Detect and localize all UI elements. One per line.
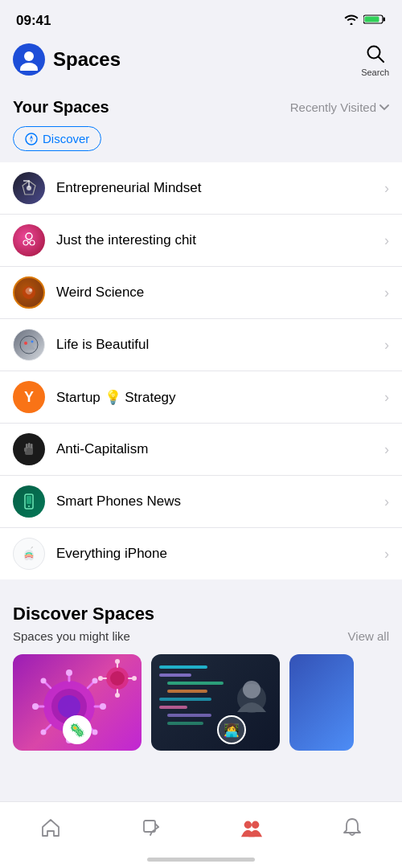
wifi-icon bbox=[344, 14, 359, 28]
discover-cards: 🦠 👩‍💻 bbox=[13, 654, 389, 751]
svg-point-46 bbox=[92, 730, 98, 735]
space-avatar-icon bbox=[20, 231, 38, 249]
status-icons bbox=[344, 14, 386, 28]
list-item[interactable]: Life is Beautiful › bbox=[0, 319, 402, 371]
bell-icon bbox=[341, 817, 363, 839]
recently-visited-label: Recently Visited bbox=[290, 100, 376, 114]
svg-point-12 bbox=[23, 240, 28, 245]
svg-point-50 bbox=[115, 659, 120, 664]
space-name: Startup 💡 Strategy bbox=[56, 389, 384, 406]
discover-section: Discover Spaces Spaces you might like Vi… bbox=[0, 588, 402, 762]
discover-sub-header: Spaces you might like View all bbox=[13, 629, 389, 643]
svg-point-42 bbox=[92, 678, 98, 684]
chevron-icon: › bbox=[384, 180, 389, 197]
discover-btn-label: Discover bbox=[43, 132, 89, 145]
discover-card[interactable] bbox=[289, 654, 354, 751]
space-avatar bbox=[13, 538, 45, 570]
svg-rect-26 bbox=[27, 496, 31, 504]
space-avatar: Y bbox=[13, 381, 45, 413]
list-item[interactable]: Weird Science › bbox=[0, 267, 402, 319]
home-indicator bbox=[147, 858, 255, 862]
status-time: 09:41 bbox=[16, 13, 51, 29]
svg-rect-24 bbox=[24, 448, 27, 452]
user-avatar[interactable] bbox=[13, 43, 45, 76]
chevron-icon: › bbox=[384, 389, 389, 406]
nav-spaces[interactable] bbox=[201, 817, 302, 839]
svg-rect-64 bbox=[167, 722, 203, 725]
space-name: Life is Beautiful bbox=[56, 337, 384, 353]
header-left: Spaces bbox=[13, 43, 121, 76]
card-avatar-badge: 👩‍💻 bbox=[217, 715, 246, 744]
svg-point-4 bbox=[20, 63, 38, 71]
phone-icon bbox=[20, 493, 38, 510]
svg-rect-22 bbox=[28, 443, 31, 448]
svg-rect-63 bbox=[167, 714, 211, 717]
status-bar: 09:41 bbox=[0, 0, 402, 35]
nav-compose[interactable] bbox=[100, 817, 201, 839]
svg-rect-60 bbox=[167, 690, 207, 693]
space-avatar bbox=[13, 433, 45, 465]
svg-point-56 bbox=[132, 676, 137, 681]
list-item[interactable]: Entrepreneurial Mindset › bbox=[0, 162, 402, 215]
svg-line-43 bbox=[45, 725, 51, 731]
nav-notifications[interactable] bbox=[302, 817, 402, 839]
discover-card[interactable]: 🦠 bbox=[13, 654, 142, 751]
svg-marker-8 bbox=[30, 135, 33, 139]
svg-point-71 bbox=[244, 821, 251, 829]
discover-button[interactable]: Discover bbox=[13, 126, 101, 151]
svg-point-32 bbox=[66, 669, 72, 676]
space-avatar bbox=[13, 224, 45, 256]
nav-home[interactable] bbox=[0, 817, 100, 839]
list-item[interactable]: Everything iPhone › bbox=[0, 528, 402, 579]
discover-card[interactable]: 👩‍💻 bbox=[151, 654, 280, 751]
spaces-icon bbox=[240, 817, 263, 839]
svg-point-54 bbox=[98, 676, 103, 681]
space-avatar-icon bbox=[20, 284, 38, 301]
header: Spaces Search bbox=[0, 35, 402, 87]
svg-line-39 bbox=[45, 682, 51, 688]
svg-point-13 bbox=[30, 240, 35, 245]
svg-rect-21 bbox=[26, 444, 28, 448]
page-title: Spaces bbox=[53, 48, 121, 71]
space-name: Entrepreneurial Mindset bbox=[56, 180, 384, 196]
space-avatar bbox=[13, 172, 45, 204]
card-avatar-badge: 🦠 bbox=[63, 715, 92, 744]
list-item[interactable]: Just the interesting chit › bbox=[0, 215, 402, 267]
list-item[interactable]: Y Startup 💡 Strategy › bbox=[0, 371, 402, 424]
chevron-icon: › bbox=[384, 337, 389, 354]
list-item[interactable]: Smart Phones News › bbox=[0, 476, 402, 528]
svg-rect-58 bbox=[159, 674, 191, 677]
svg-marker-9 bbox=[30, 139, 33, 143]
svg-point-30 bbox=[58, 695, 80, 718]
svg-point-44 bbox=[41, 730, 47, 735]
search-icon bbox=[363, 42, 388, 66]
chevron-icon: › bbox=[384, 493, 389, 510]
space-avatar bbox=[13, 329, 45, 361]
search-label: Search bbox=[361, 68, 389, 77]
svg-rect-59 bbox=[167, 682, 224, 685]
view-all-button[interactable]: View all bbox=[348, 629, 389, 643]
svg-point-3 bbox=[24, 51, 34, 61]
home-icon bbox=[39, 817, 62, 839]
search-button[interactable]: Search bbox=[361, 42, 389, 77]
svg-point-27 bbox=[28, 506, 30, 507]
svg-line-41 bbox=[88, 682, 93, 688]
space-name: Smart Phones News bbox=[56, 493, 384, 510]
svg-rect-57 bbox=[159, 665, 207, 669]
list-item[interactable]: Anti-Capitalism › bbox=[0, 424, 402, 476]
svg-rect-62 bbox=[159, 706, 187, 709]
svg-point-40 bbox=[41, 678, 47, 684]
svg-point-48 bbox=[110, 671, 125, 686]
your-spaces-title: Your Spaces bbox=[13, 98, 109, 117]
svg-rect-61 bbox=[159, 698, 211, 701]
space-name: Weird Science bbox=[56, 285, 384, 301]
compass-icon bbox=[25, 133, 38, 145]
code-illustration bbox=[151, 654, 280, 751]
space-name: Everything iPhone bbox=[56, 546, 384, 562]
svg-point-19 bbox=[31, 341, 34, 343]
discover-subtitle: Spaces you might like bbox=[13, 629, 130, 643]
recently-visited-dropdown[interactable]: Recently Visited bbox=[290, 100, 389, 114]
space-avatar bbox=[13, 485, 45, 518]
chevron-icon: › bbox=[384, 232, 389, 249]
svg-point-52 bbox=[115, 693, 120, 698]
